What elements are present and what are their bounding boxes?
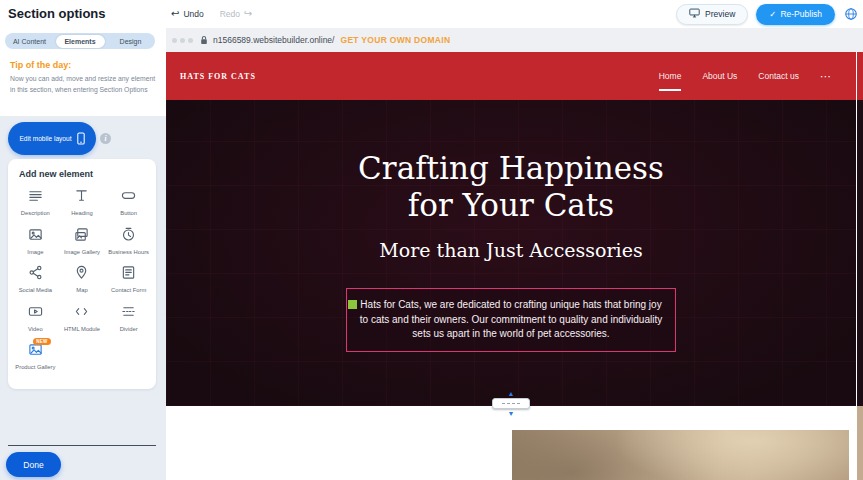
selection-handle[interactable] — [348, 300, 357, 309]
nav-item-about-us[interactable]: About Us — [702, 52, 737, 100]
tip-of-the-day: Tip of the day: Now you can add, move an… — [10, 60, 158, 95]
info-icon[interactable]: i — [100, 133, 111, 144]
divider-icon — [121, 304, 136, 323]
element-item-product-gallery[interactable]: NEW Product Gallery — [12, 342, 59, 372]
undo-button[interactable]: ↩ Undo — [171, 9, 204, 19]
republish-button[interactable]: ✓ Re-Publish — [756, 4, 835, 25]
window-dot — [188, 38, 193, 43]
button-icon — [121, 188, 136, 207]
element-item-video[interactable]: Video — [12, 304, 59, 334]
browser-chrome-bar: n1566589.websitebuilder.online/ GET YOUR… — [166, 28, 863, 52]
hero-heading[interactable]: Crafting Happiness for Your Cats — [331, 150, 691, 224]
undo-redo-group: ↩ Undo Redo ↪ — [171, 0, 252, 28]
element-item-social-media[interactable]: Social Media — [12, 265, 59, 295]
heading-icon — [74, 188, 89, 207]
video-icon — [28, 304, 43, 323]
tab-ai-content[interactable]: AI Content — [5, 33, 54, 49]
html-module-icon — [74, 304, 89, 323]
sidebar-tabs: AI Content Elements Design — [5, 33, 155, 49]
sidebar: AI Content Elements Design Tip of the da… — [0, 28, 166, 480]
page-scrollbar[interactable] — [856, 52, 863, 480]
site-url: n1566589.websitebuilder.online/ — [213, 35, 334, 45]
nav-item-contact-us[interactable]: Contact us — [758, 52, 799, 100]
sidebar-divider — [8, 445, 156, 446]
image-gallery-icon — [74, 227, 89, 246]
preview-area: n1566589.websitebuilder.online/ GET YOUR… — [166, 28, 863, 480]
map-icon — [74, 265, 89, 284]
element-item-business-hours[interactable]: Business Hours — [105, 227, 152, 257]
nav-item-home[interactable]: Home — [659, 52, 682, 100]
window-dot — [172, 38, 177, 43]
monitor-icon — [689, 8, 700, 20]
topbar: Section options ↩ Undo Redo ↪ Preview ✓ … — [0, 0, 863, 28]
element-grid: Description Heading Button Image Image G… — [12, 188, 152, 372]
new-badge: NEW — [33, 338, 50, 345]
page-title: Section options — [8, 6, 106, 21]
app-window: Section options ↩ Undo Redo ↪ Preview ✓ … — [0, 0, 863, 480]
phone-icon — [77, 132, 85, 146]
site-header: HATS FOR CATS Home About Us Contact us ⋯ — [166, 52, 856, 100]
element-item-heading[interactable]: Heading — [59, 188, 106, 218]
site-nav: Home About Us Contact us ⋯ — [659, 52, 832, 100]
element-item-map[interactable]: Map — [59, 265, 106, 295]
topbar-actions: Preview ✓ Re-Publish — [676, 0, 859, 28]
window-dot — [180, 38, 185, 43]
check-icon: ✓ — [769, 9, 776, 19]
tab-design[interactable]: Design — [106, 33, 155, 49]
lock-icon — [200, 35, 208, 45]
get-domain-link[interactable]: GET YOUR OWN DOMAIN — [340, 35, 450, 45]
arrow-up-icon: ▲ — [508, 390, 515, 397]
preview-button[interactable]: Preview — [676, 4, 748, 25]
element-item-html-module[interactable]: HTML Module — [59, 304, 106, 334]
tip-title: Tip of the day: — [10, 60, 158, 70]
element-item-button[interactable]: Button — [105, 188, 152, 218]
drag-handle[interactable] — [492, 398, 530, 409]
undo-icon: ↩ — [171, 9, 179, 19]
redo-button[interactable]: Redo ↪ — [220, 9, 253, 19]
scrollbar-segment-hero — [857, 100, 863, 406]
hero-paragraph: Hats for Cats, we are dedicated to craft… — [360, 299, 662, 339]
description-icon — [28, 188, 43, 207]
social-media-icon — [28, 265, 43, 284]
hero-subheading[interactable]: More than Just Accessories — [166, 239, 856, 261]
tip-body: Now you can add, move and resize any ele… — [10, 74, 158, 95]
window-control-dots — [172, 38, 193, 43]
add-new-element-panel: Add new element Description Heading Butt… — [8, 159, 156, 389]
globe-icon[interactable] — [843, 6, 859, 22]
element-item-divider[interactable]: Divider — [105, 304, 152, 334]
hero-paragraph-box[interactable]: Hats for Cats, we are dedicated to craft… — [346, 288, 676, 352]
edit-mobile-layout-button[interactable]: Edit mobile layout — [8, 122, 96, 155]
add-element-title: Add new element — [19, 169, 152, 179]
element-item-description[interactable]: Description — [12, 188, 59, 218]
element-item-contact-form[interactable]: Contact Form — [105, 265, 152, 295]
cat-photo-image[interactable] — [512, 430, 849, 480]
scrollbar-segment-image — [857, 406, 863, 480]
image-icon — [28, 227, 43, 246]
section-resize-handle[interactable]: ▲ ▼ — [492, 390, 530, 417]
hero-section[interactable]: Crafting Happiness for Your Cats More th… — [166, 100, 856, 406]
nav-more-icon[interactable]: ⋯ — [820, 70, 832, 83]
sidebar-top-panel: AI Content Elements Design Tip of the da… — [0, 28, 166, 116]
site-logo[interactable]: HATS FOR CATS — [180, 72, 256, 81]
arrow-down-icon: ▼ — [508, 410, 515, 417]
tab-elements[interactable]: Elements — [56, 35, 105, 48]
next-section[interactable] — [166, 430, 849, 480]
redo-icon: ↪ — [244, 9, 252, 19]
element-item-image-gallery[interactable]: Image Gallery — [59, 227, 106, 257]
scrollbar-segment-header — [857, 52, 863, 100]
done-button[interactable]: Done — [6, 452, 61, 477]
element-item-image[interactable]: Image — [12, 227, 59, 257]
business-hours-icon — [121, 227, 136, 246]
contact-form-icon — [121, 265, 136, 284]
